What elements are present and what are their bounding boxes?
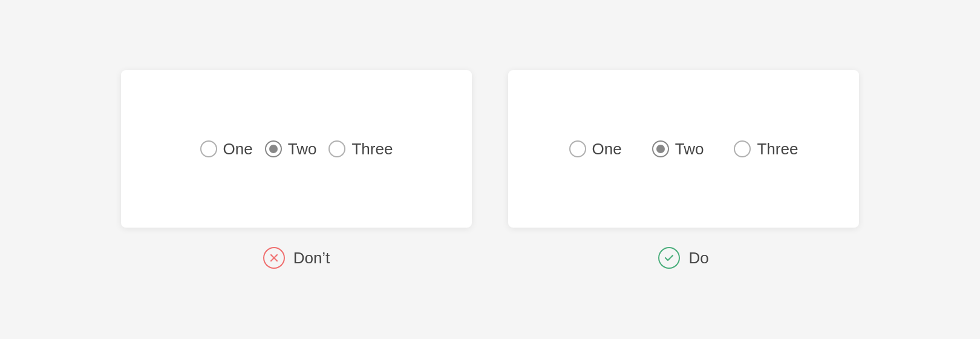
do-card: One Two Three [508,70,859,228]
radio-option-two-do[interactable]: Two [652,140,704,159]
do-panel: One Two Three Do [508,70,859,269]
do-icon [658,247,680,269]
dont-footer: Don’t [263,247,330,269]
radio-circle-one-do[interactable] [569,140,586,157]
radio-option-one-do[interactable]: One [569,140,622,159]
radio-label-one-do: One [592,140,622,159]
dont-panel: One Two Three Don’t [121,70,472,269]
radio-circle-one-dont[interactable] [200,140,217,157]
radio-circle-two-dont[interactable] [265,140,282,157]
radio-circle-three-dont[interactable] [328,140,345,157]
do-footer: Do [658,247,708,269]
radio-circle-two-do[interactable] [652,140,669,157]
radio-label-three-do: Three [757,140,798,159]
dont-radio-group: One Two Three [200,140,393,159]
dont-label: Don’t [293,249,330,268]
radio-label-one-dont: One [223,140,253,159]
radio-circle-three-do[interactable] [734,140,751,157]
radio-label-three-dont: Three [351,140,393,159]
radio-option-one-dont[interactable]: One [200,140,253,159]
dont-card: One Two Three [121,70,472,228]
radio-option-three-do[interactable]: Three [734,140,798,159]
radio-option-three-dont[interactable]: Three [328,140,393,159]
dont-icon [263,247,285,269]
do-label: Do [688,249,708,268]
do-radio-group: One Two Three [569,140,799,159]
radio-label-two-do: Two [675,140,704,159]
radio-label-two-dont: Two [288,140,317,159]
radio-option-two-dont[interactable]: Two [265,140,317,159]
